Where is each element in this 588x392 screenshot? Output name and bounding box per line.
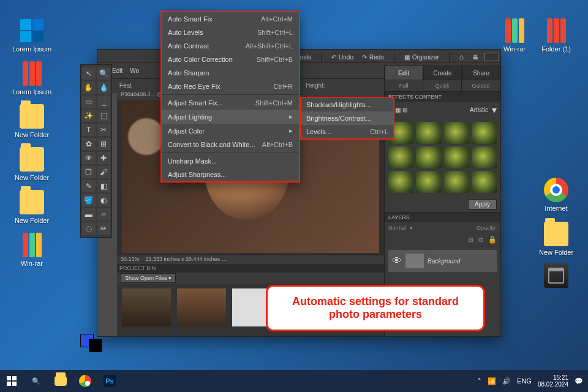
type-tool[interactable]: T xyxy=(82,124,96,136)
brush-tool[interactable]: 🖌 xyxy=(97,166,111,178)
menu-item[interactable]: Adjust Color xyxy=(162,124,299,138)
tray-lang[interactable]: ENG xyxy=(517,377,532,385)
start-button[interactable] xyxy=(0,370,23,392)
menu-item[interactable]: Wo xyxy=(130,67,139,74)
blur-tool[interactable]: ◌ xyxy=(82,222,96,235)
tab-share[interactable]: Share xyxy=(462,66,500,80)
hand-tool[interactable]: ✋ xyxy=(82,81,96,94)
fill-tool[interactable]: 🪣 xyxy=(82,194,96,206)
menu-item[interactable]: Auto Red Eye FixCtrl+R xyxy=(162,80,299,93)
style-dropdown[interactable]: Artistic xyxy=(470,107,488,113)
desktop-icon[interactable]: Win-rar xyxy=(494,18,535,53)
redeye-tool[interactable]: 👁 xyxy=(82,152,96,164)
menu-item[interactable]: Brightness/Contrast... xyxy=(301,111,393,125)
effect-thumb[interactable] xyxy=(472,122,497,144)
effect-thumb[interactable] xyxy=(444,146,469,168)
task-photoshop[interactable]: Ps xyxy=(98,370,121,392)
tray-chevron-icon[interactable]: ˄ xyxy=(478,377,481,385)
tray-notifications-icon[interactable]: 💬 xyxy=(575,377,583,385)
project-dropdown[interactable]: Show Open Files ▾ xyxy=(121,273,176,283)
effect-thumb[interactable] xyxy=(444,122,469,144)
marquee-tool[interactable]: ▭ xyxy=(82,96,96,108)
thumbnail[interactable] xyxy=(177,288,226,326)
menu-item[interactable]: Edit xyxy=(112,67,123,74)
menu-item[interactable]: Unsharp Mask... xyxy=(162,154,299,168)
thumbnail[interactable] xyxy=(122,288,171,326)
gradient-tool[interactable]: ◐ xyxy=(97,194,111,206)
undo-button[interactable]: ↶ Undo xyxy=(329,54,356,61)
task-chrome[interactable] xyxy=(74,370,97,392)
task-explorer[interactable] xyxy=(49,370,72,392)
menu-item[interactable]: Adjust Lighting xyxy=(162,110,299,124)
effect-thumb[interactable] xyxy=(416,146,441,168)
layer-action-icon[interactable]: ⧉ xyxy=(478,236,483,244)
sponge-tool[interactable]: ○ xyxy=(97,208,111,221)
stepper[interactable] xyxy=(484,53,499,61)
tab-create[interactable]: Create xyxy=(423,66,462,80)
shape-tool[interactable]: ▬ xyxy=(82,208,96,221)
desktop-icon[interactable]: New Folder xyxy=(11,104,53,138)
tray-clock[interactable]: 15:2108.02.2024 xyxy=(538,374,568,388)
home-icon[interactable]: ⌂ xyxy=(457,53,466,61)
effect-thumb[interactable] xyxy=(388,171,413,193)
tray-wifi-icon[interactable]: 📶 xyxy=(488,377,496,385)
menu-item[interactable]: Auto Smart FixAlt+Ctrl+M xyxy=(162,12,299,26)
eraser-tool[interactable]: ◧ xyxy=(97,180,111,192)
menu-item[interactable]: Auto LevelsShift+Ctrl+L xyxy=(162,26,299,39)
zoom-tool[interactable]: 🔍 xyxy=(97,67,111,80)
redo-button[interactable]: ↷ Redo xyxy=(360,54,386,61)
lasso-tool[interactable]: ⎯ xyxy=(97,96,111,108)
menu-item[interactable]: Auto ContrastAlt+Shift+Ctrl+L xyxy=(162,39,299,53)
select-tool[interactable]: ⬚ xyxy=(97,110,111,122)
heal-tool[interactable]: ✚ xyxy=(97,152,111,164)
desktop-icon[interactable]: New Folder xyxy=(11,190,53,224)
blend-mode[interactable]: Normal xyxy=(388,225,406,231)
desktop-icon[interactable]: Folder (1) xyxy=(535,18,577,53)
cookie-tool[interactable]: ✿ xyxy=(82,138,96,150)
clone-tool[interactable]: ❐ xyxy=(82,166,96,178)
desktop-icon[interactable]: Internet xyxy=(535,178,577,212)
move-tool[interactable]: ↖ xyxy=(82,67,96,80)
effect-thumb[interactable] xyxy=(472,171,497,193)
effect-thumb[interactable] xyxy=(416,122,441,144)
desktop-icon[interactable]: Win-rar xyxy=(11,233,53,267)
eyedropper-tool[interactable]: 💧 xyxy=(97,81,111,94)
effect-thumb[interactable] xyxy=(472,146,497,168)
search-button[interactable]: 🔍 xyxy=(24,370,48,392)
desktop-icon[interactable]: Lorem Ipsum xyxy=(11,61,53,96)
folder-icon xyxy=(20,147,44,172)
wand-tool[interactable]: ✨ xyxy=(82,110,96,122)
effect-thumb[interactable] xyxy=(444,171,469,193)
taskbar: 🔍 Ps ˄ 📶 🔊 ENG 15:2108.02.2024 💬 xyxy=(0,370,588,392)
menu-item[interactable]: Adjust Sharpness... xyxy=(162,168,299,181)
crop-tool[interactable]: ✂ xyxy=(97,124,111,136)
subtab-quick[interactable]: Quick xyxy=(423,80,462,91)
desktop-icon[interactable]: New Folder xyxy=(11,147,53,181)
visibility-icon[interactable]: 👁 xyxy=(392,255,402,266)
color-swatches[interactable] xyxy=(80,334,102,352)
subtab-full[interactable]: Full xyxy=(385,80,423,91)
menu-item[interactable]: Auto Color CorrectionShift+Ctrl+B xyxy=(162,53,299,66)
menu-item[interactable]: Shadows/Highlights... xyxy=(301,98,393,111)
effect-thumb[interactable] xyxy=(388,146,413,168)
pencil-tool[interactable]: ✏ xyxy=(97,222,111,235)
organizer-button[interactable]: ▦ Organizer xyxy=(402,54,442,61)
desktop-icon[interactable]: New Folder xyxy=(535,222,577,256)
recompose-tool[interactable]: ⊞ xyxy=(97,138,111,150)
effect-thumb[interactable] xyxy=(416,171,441,193)
menu-item[interactable]: Adjust Smart Fix...Shift+Ctrl+M xyxy=(162,96,299,110)
apply-button[interactable]: Apply xyxy=(468,199,497,209)
layer-action-icon[interactable]: ⊞ xyxy=(468,236,473,244)
recycle-bin[interactable] xyxy=(535,263,577,290)
print-icon[interactable]: 🖶 xyxy=(470,54,481,61)
layer-row[interactable]: 👁 Background xyxy=(388,250,497,272)
tab-edit[interactable]: Edit xyxy=(385,66,423,80)
tray-volume-icon[interactable]: 🔊 xyxy=(502,377,511,385)
smart-brush[interactable]: ✎ xyxy=(82,180,96,192)
menu-item[interactable]: Auto Sharpen xyxy=(162,66,299,80)
subtab-guided[interactable]: Guided xyxy=(462,80,500,91)
menu-item[interactable]: Levels...Ctrl+L xyxy=(301,125,393,138)
desktop-icon[interactable]: Lorem Ipsum xyxy=(11,18,53,53)
menu-item[interactable]: Convert to Black and White...Alt+Ctrl+B xyxy=(162,138,299,151)
lock-icon[interactable]: 🔒 xyxy=(488,236,497,244)
